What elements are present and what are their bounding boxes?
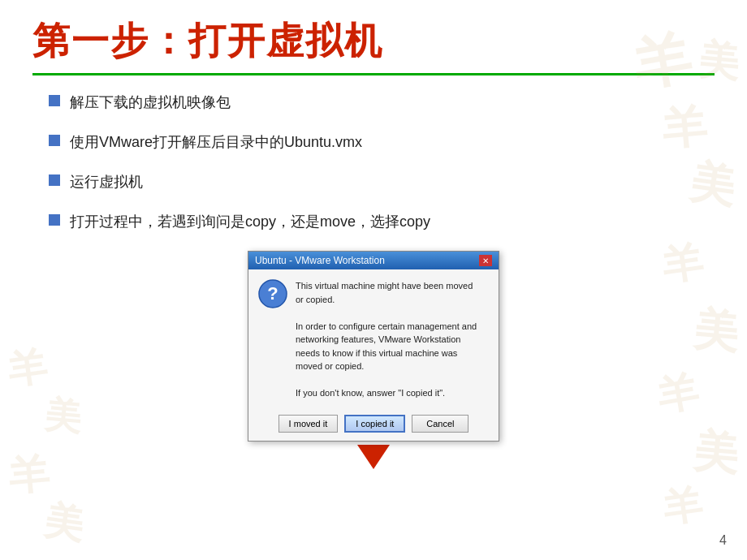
dialog-container: Ubuntu - VMware Workstation ✕ ? This vir… [49, 251, 698, 442]
bullet-text-1: 解压下载的虚拟机映像包 [70, 92, 698, 114]
bullet-item-1: 解压下载的虚拟机映像包 [49, 92, 698, 114]
arrow-container [49, 445, 698, 469]
bullet-item-2: 使用VMware打开解压后目录中的Ubuntu.vmx [49, 131, 698, 153]
title-area: 第一步：打开虚拟机 [0, 0, 747, 73]
dialog-close-button[interactable]: ✕ [479, 255, 492, 266]
bullet-marker-3 [49, 174, 60, 186]
bullet-marker-2 [49, 135, 60, 146]
dialog-title-label: Ubuntu - VMware Workstation [255, 255, 385, 266]
bullet-text-3: 运行虚拟机 [70, 171, 698, 193]
copied-button[interactable]: I copied it [344, 415, 405, 433]
watermark-left-4: 美 [42, 501, 86, 545]
dialog-message-text: This virtual machine might have been mov… [296, 279, 477, 400]
page-number: 4 [719, 533, 727, 548]
cancel-button[interactable]: Cancel [412, 415, 468, 433]
slide-title: 第一步：打开虚拟机 [32, 16, 715, 73]
dialog-body: ? This virtual machine might have been m… [248, 269, 499, 408]
bullet-text-4: 打开过程中，若遇到询问是copy，还是move，选择copy [70, 211, 698, 233]
content-area: 解压下载的虚拟机映像包 使用VMware打开解压后目录中的Ubuntu.vmx … [0, 75, 747, 469]
moved-button[interactable]: I moved it [279, 415, 339, 433]
slide-container: 羊 美 羊 美 羊 美 羊 美 羊 羊 美 羊 美 第一步：打开虚拟机 解压下载… [0, 0, 747, 560]
bullet-marker-1 [49, 95, 60, 106]
svg-text:?: ? [267, 283, 278, 304]
bullet-text-2: 使用VMware打开解压后目录中的Ubuntu.vmx [70, 131, 698, 153]
dialog-buttons-area: I moved it I copied it Cancel [248, 408, 499, 441]
bullet-item-3: 运行虚拟机 [49, 171, 698, 193]
bullet-marker-4 [49, 214, 60, 226]
bullet-item-4: 打开过程中，若遇到询问是copy，还是move，选择copy [49, 211, 698, 233]
dialog-box: Ubuntu - VMware Workstation ✕ ? This vir… [248, 251, 499, 442]
red-arrow-icon [357, 445, 390, 469]
watermark-9: 羊 [661, 485, 705, 528]
dialog-question-icon: ? [258, 279, 287, 308]
dialog-titlebar: Ubuntu - VMware Workstation ✕ [248, 252, 499, 269]
